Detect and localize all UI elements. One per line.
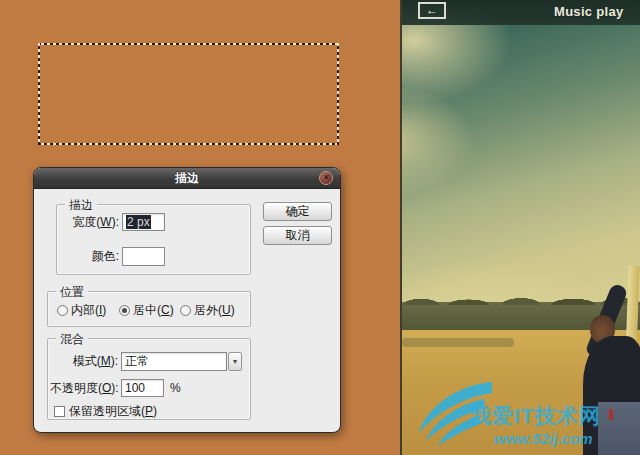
preserve-transparency-label: 保留透明区域(P): [69, 403, 157, 420]
photo-app-title: Music play: [554, 4, 623, 19]
radio-outside-circle[interactable]: [180, 305, 191, 316]
position-group: 位置 内部(I) 居中(C) 居外(U): [47, 291, 251, 327]
width-label: 宽度(W):: [65, 214, 119, 231]
stroke-dialog: 描边 ✕ 描边 宽度(W): 2 px 颜色: 确定 取消 位置 内部(I) 居…: [33, 167, 341, 433]
preserve-transparency-checkbox[interactable]: [54, 406, 65, 417]
radio-outside-label: 居外(U): [194, 302, 235, 319]
width-input[interactable]: 2 px: [122, 213, 165, 231]
opacity-label: 不透明度(O):: [50, 380, 118, 397]
close-icon[interactable]: ✕: [319, 171, 333, 185]
blend-mode-select[interactable]: 正常: [121, 352, 227, 371]
width-value-selected: 2 px: [126, 215, 151, 229]
blend-group: 混合 模式(M): 正常 ▾ 不透明度(O): 100 % 保留透明区域(P): [47, 338, 251, 420]
width-row: 宽度(W): 2 px: [65, 213, 165, 231]
ok-button[interactable]: 确定: [263, 202, 332, 221]
marquee-edge-bottom: [38, 143, 339, 145]
reference-image-panel[interactable]: ← Music play 我爱IT技术网 www.52ij.com: [400, 0, 640, 455]
radio-inside[interactable]: 内部(I): [57, 302, 106, 319]
radio-center-label: 居中(C): [133, 302, 174, 319]
opacity-input[interactable]: 100: [121, 379, 164, 397]
back-arrow-icon: ←: [418, 2, 446, 19]
cancel-button[interactable]: 取消: [263, 226, 332, 245]
stroke-group-legend: 描边: [65, 197, 97, 214]
opacity-unit: %: [170, 381, 181, 395]
mode-label: 模式(M):: [50, 353, 118, 370]
preserve-row: 保留透明区域(P): [54, 403, 157, 420]
stroke-color-swatch[interactable]: [122, 247, 165, 266]
watermark-text: 我爱IT技术网: [470, 402, 601, 430]
color-row: 颜色:: [65, 247, 165, 266]
dialog-titlebar[interactable]: 描边 ✕: [34, 168, 340, 189]
marquee-edge-left: [38, 43, 40, 145]
marquee-edge-right: [337, 43, 339, 145]
radio-center-circle[interactable]: [119, 305, 130, 316]
watermark: 我爱IT技术网 www.52ij.com: [410, 376, 640, 455]
opacity-row: 不透明度(O): 100 %: [50, 379, 181, 397]
marquee-edge-top: [38, 43, 339, 45]
watermark-url: www.52ij.com: [494, 430, 593, 447]
stroke-group: 描边 宽度(W): 2 px 颜色:: [56, 204, 251, 275]
photo-app-header: ← Music play: [402, 0, 640, 25]
radio-outside[interactable]: 居外(U): [180, 302, 235, 319]
blend-group-legend: 混合: [56, 331, 88, 348]
position-group-legend: 位置: [56, 284, 88, 301]
dialog-title: 描边: [34, 168, 340, 188]
chevron-down-icon[interactable]: ▾: [228, 352, 242, 371]
selection-marquee[interactable]: [38, 43, 339, 145]
photo-hedge: [402, 338, 514, 347]
photo-sky: [402, 0, 640, 335]
radio-inside-circle[interactable]: [57, 305, 68, 316]
color-label: 颜色:: [65, 248, 119, 265]
mode-row: 模式(M): 正常 ▾: [50, 352, 242, 371]
radio-center[interactable]: 居中(C): [119, 302, 174, 319]
radio-inside-label: 内部(I): [71, 302, 106, 319]
